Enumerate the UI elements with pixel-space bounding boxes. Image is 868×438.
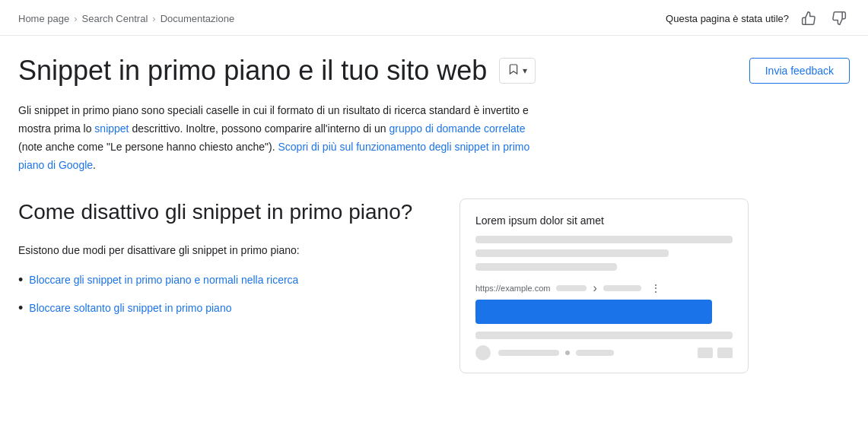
thumbs-up-button[interactable] xyxy=(798,8,819,29)
feedback-button[interactable]: Invia feedback xyxy=(749,58,850,84)
mock-line-4 xyxy=(475,332,733,339)
breadcrumb: Home page › Search Central › Documentazi… xyxy=(18,13,234,24)
mock-circle-icon xyxy=(475,345,491,360)
thumbs-down-icon xyxy=(831,11,847,26)
title-row: Snippet in primo piano e il tuo sito web… xyxy=(18,54,850,87)
mock-icon-2 xyxy=(717,348,733,358)
breadcrumb-home[interactable]: Home page xyxy=(18,13,69,24)
list-item-2: • Bloccare soltanto gli snippet in primo… xyxy=(18,300,414,317)
breadcrumb-current: Documentazione xyxy=(161,13,235,24)
mock-url-text: https://example.com xyxy=(475,284,550,293)
mock-small-lines xyxy=(498,350,690,356)
thumbs-down-button[interactable] xyxy=(828,8,850,29)
mock-url-menu: ⋮ xyxy=(650,282,661,294)
scopri-link[interactable]: Scopri di più sul funzionamento degli sn… xyxy=(18,141,529,171)
search-mockup: Lorem ipsum dolor sit amet https://examp… xyxy=(459,198,749,373)
feedback-area: Questa pagina è stata utile? xyxy=(666,8,850,29)
bullet-dot-1: • xyxy=(18,272,23,289)
feedback-question: Questa pagina è stata utile? xyxy=(666,13,789,24)
chevron-down-icon: ▾ xyxy=(523,65,527,76)
list-item-1: • Bloccare gli snippet in primo piano e … xyxy=(18,272,414,289)
left-column: Come disattivo gli snippet in primo pian… xyxy=(18,198,414,328)
page-title: Snippet in primo piano e il tuo sito web xyxy=(18,54,487,87)
intro-text: Gli snippet in primo piano sono speciali… xyxy=(18,102,551,174)
mock-small-line-1 xyxy=(498,350,559,356)
breadcrumb-search-central[interactable]: Search Central xyxy=(82,13,148,24)
breadcrumb-sep-1: › xyxy=(74,13,77,24)
mock-icon-1 xyxy=(698,348,713,358)
bullet-dot-2: • xyxy=(18,300,23,317)
breadcrumb-sep-2: › xyxy=(152,13,155,24)
mock-small-dot xyxy=(565,351,570,355)
bookmark-icon xyxy=(507,63,520,78)
two-column-layout: Come disattivo gli snippet in primo pian… xyxy=(18,198,850,373)
mock-blue-bar xyxy=(475,300,712,324)
mock-line-1 xyxy=(475,236,733,243)
mock-line-2 xyxy=(475,249,669,257)
mock-url-row: https://example.com › ⋮ xyxy=(475,281,733,295)
top-bar: Home page › Search Central › Documentazi… xyxy=(0,0,868,36)
mock-small-line-2 xyxy=(576,350,614,356)
bullet-link-2[interactable]: Bloccare soltanto gli snippet in primo p… xyxy=(29,300,231,316)
thumbs-up-icon xyxy=(801,11,816,26)
mockup-title: Lorem ipsum dolor sit amet xyxy=(475,214,733,227)
section-body: Esistono due modi per disattivare gli sn… xyxy=(18,242,414,260)
mock-line-3 xyxy=(475,263,617,271)
title-left: Snippet in primo piano e il tuo sito web… xyxy=(18,54,536,87)
main-content: Snippet in primo piano e il tuo sito web… xyxy=(0,36,868,392)
snippet-link[interactable]: snippet xyxy=(94,122,129,135)
mock-bottom-row xyxy=(475,345,733,360)
section-heading: Come disattivo gli snippet in primo pian… xyxy=(18,198,414,226)
mock-icon-row xyxy=(698,348,733,358)
right-column: Lorem ipsum dolor sit amet https://examp… xyxy=(459,198,749,373)
bullet-list: • Bloccare gli snippet in primo piano e … xyxy=(18,272,414,317)
mock-url-dot: › xyxy=(593,281,596,295)
mock-url-line-2 xyxy=(603,285,641,291)
mock-url-line-1 xyxy=(556,285,587,291)
bookmark-button[interactable]: ▾ xyxy=(499,58,536,84)
gruppo-link[interactable]: gruppo di domande correlate xyxy=(389,122,525,135)
bullet-link-1[interactable]: Bloccare gli snippet in primo piano e no… xyxy=(29,272,298,288)
